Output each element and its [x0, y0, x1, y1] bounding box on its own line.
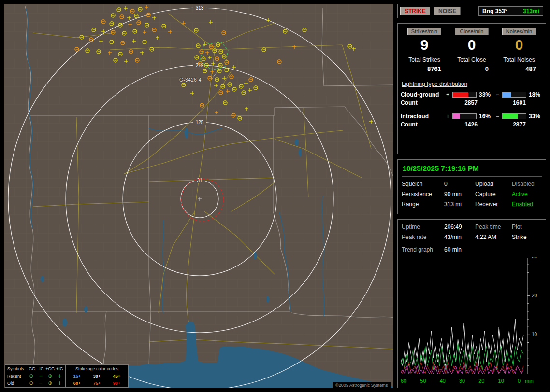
trend-x-axis: 6050403020100 min — [401, 378, 543, 384]
bearing-value: Bng 353° — [482, 8, 507, 14]
clock-settings-panel: 10/25/2025 7:19:16 PM Squelch 0 Upload D… — [397, 159, 546, 214]
spacer — [401, 108, 543, 112]
age-90: 90+ — [107, 381, 127, 386]
ic-count-label: Count — [401, 121, 446, 128]
capture-status: Active — [512, 191, 542, 197]
trend-graph-label: Trend graph — [402, 246, 444, 253]
peak-rate-label: Peak rate — [402, 234, 444, 240]
nexstorm-window: 31125219313 G-3426 4 Symbols -CG -IC +C — [0, 0, 550, 392]
cloud-ground-label: Cloud-ground — [401, 91, 446, 98]
persistence-value: 90 min — [444, 191, 475, 197]
lightning-map[interactable]: 31125219313 G-3426 4 Symbols -CG -IC +C — [4, 4, 393, 388]
ring-label: 125 — [196, 120, 204, 125]
uptime-value: 206:49 — [444, 224, 475, 230]
age-60: 60+ — [67, 381, 87, 386]
noises-per-min-value: 0 — [495, 36, 543, 54]
ring-label: 31 — [197, 178, 203, 183]
age-color-legend: Strike age color codes 15+ 30+ 45+ 60+ 7… — [65, 365, 128, 387]
x-tick-label: 20 — [478, 378, 484, 384]
map-legend: Symbols -CG -IC +CG +IC Recent ⊖ − ⊕ + O… — [5, 364, 129, 388]
cg-count-label: Count — [401, 99, 446, 106]
age-legend-title: Strike age color codes — [67, 366, 127, 371]
receiver-status: Enabled — [512, 201, 542, 208]
close-per-min-header[interactable]: Close/min — [455, 28, 489, 35]
county-grid — [4, 4, 393, 388]
ic-minus-count: 2877 — [496, 121, 543, 128]
recent-pos-ic-icon: + — [55, 373, 65, 379]
strike-indicator[interactable]: STRIKE — [400, 7, 430, 15]
ic-plus-count: 1426 — [446, 121, 496, 128]
squelch-label: Squelch — [402, 181, 444, 187]
status-sidebar: STRIKE NOISE Bng 353° 313mi Strikes/min … — [397, 4, 546, 388]
upload-status: Disabled — [512, 181, 542, 187]
range-label: Range — [402, 201, 444, 208]
old-neg-cg-icon: ⊖ — [27, 380, 36, 386]
indicator-bar: STRIKE NOISE Bng 353° 313mi — [397, 4, 546, 18]
recent-neg-ic-icon: − — [36, 373, 46, 379]
ic-plus-pct: 16% — [477, 113, 496, 120]
old-neg-ic-icon: − — [36, 380, 46, 386]
plus-sign: + — [446, 91, 452, 98]
legend-row-old: Old — [6, 380, 27, 386]
trend-header: Trend graph 60 min — [401, 246, 543, 253]
trend-chart-canvas: 102030 — [401, 257, 542, 376]
ic-minus-pct: 33% — [526, 113, 543, 120]
intracloud-label: Intracloud — [401, 113, 446, 120]
x-tick-labels: 6050403020100 — [401, 378, 521, 384]
total-close-label: Total Close — [448, 56, 495, 63]
peak-time-value: 4:22 AM — [475, 234, 512, 240]
total-strikes-value: 8761 — [401, 65, 448, 72]
recent-pos-cg-icon: ⊕ — [45, 373, 55, 379]
x-tick-label: 10 — [498, 378, 504, 384]
range-value: 313 mi — [444, 201, 475, 208]
cg-plus-bar — [452, 92, 477, 98]
x-axis-unit: min — [525, 378, 534, 384]
age-45: 45+ — [107, 374, 127, 378]
persistence-label: Persistence — [402, 191, 444, 197]
cg-minus-pct: 18% — [526, 91, 543, 98]
peak-time-label: Peak time — [475, 224, 512, 230]
y-tick-label: 30 — [532, 257, 537, 259]
x-tick-label: 0 — [518, 378, 521, 384]
symbol-legend: Symbols -CG -IC +CG +IC Recent ⊖ − ⊕ + O… — [5, 365, 65, 387]
cg-minus-count: 1601 — [496, 99, 543, 106]
bearing-range-value: 313mi — [523, 8, 539, 14]
distribution-grid: Cloud-ground + 33% − 18% Count 2857 1601… — [401, 91, 543, 128]
peak-rate-value: 43/min — [444, 234, 475, 240]
age-75: 75+ — [87, 381, 107, 386]
total-noises-label: Total Noises — [495, 56, 543, 63]
strikes-per-min-value: 9 — [401, 36, 448, 54]
copyright-text: ©2005 Astrogenic Systems — [333, 382, 391, 388]
close-per-min-value: 0 — [448, 36, 495, 54]
panel-divider — [398, 77, 546, 77]
total-noises-value: 487 — [495, 65, 543, 72]
age-15: 15+ — [67, 374, 87, 378]
x-tick-label: 40 — [440, 378, 446, 384]
datetime-display: 10/25/2025 7:19:16 PM — [402, 163, 542, 177]
total-strikes-label: Total Strikes — [401, 56, 448, 63]
age-30: 30+ — [87, 374, 107, 378]
upload-label: Upload — [475, 181, 512, 187]
noises-per-min-header[interactable]: Noises/min — [502, 28, 536, 35]
ring-label: 313 — [196, 5, 204, 11]
noise-indicator[interactable]: NOISE — [434, 7, 461, 15]
minus-sign: − — [496, 91, 502, 98]
receiver-label: Receiver — [475, 201, 512, 208]
strikes-per-min-header[interactable]: Strikes/min — [407, 28, 441, 35]
storm-cell-label: G-3426 4 — [179, 77, 202, 83]
plot-value: Strike — [512, 234, 542, 240]
capture-label: Capture — [475, 191, 512, 197]
x-tick-label: 60 — [401, 378, 406, 384]
total-close-value: 0 — [448, 65, 495, 72]
trend-graph-window: 60 min — [444, 246, 475, 253]
minus-sign: − — [496, 113, 502, 120]
rates-panel: Strikes/min Close/min Noises/min 9 0 0 T… — [397, 23, 546, 154]
map-canvas[interactable]: 31125219313 — [4, 4, 393, 388]
trend-panel: Uptime 206:49 Peak time Plot Peak rate 4… — [397, 219, 546, 388]
ic-minus-bar — [502, 113, 526, 119]
trend-chart: 102030 6050403020100 min — [401, 257, 543, 384]
plot-label: Plot — [512, 224, 542, 230]
y-tick-label: 10 — [532, 332, 537, 337]
stats-grid: Uptime 206:49 Peak time Plot Peak rate 4… — [401, 224, 543, 240]
cg-plus-count: 2857 — [446, 99, 496, 106]
